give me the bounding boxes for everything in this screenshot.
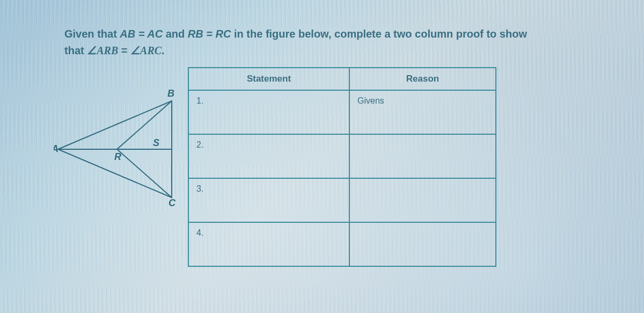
reason-cell-4[interactable] xyxy=(350,223,495,266)
angle-ARB: ∠ARB xyxy=(87,45,118,56)
label-A: A xyxy=(54,143,58,154)
angle-ARC: ∠ARC xyxy=(130,45,162,56)
equation-1: AB = AC xyxy=(120,28,163,40)
proof-table: Statement Reason 1. Givens 2. 3. 4. xyxy=(188,67,496,267)
prompt-text: and xyxy=(163,28,188,40)
problem-prompt: Given that AB = AC and RB = RC in the fi… xyxy=(64,26,527,59)
prompt-text: Given that xyxy=(64,28,120,40)
col-statement-header: Statement xyxy=(189,68,350,90)
row-number: 3. xyxy=(196,184,203,194)
col-reason-header: Reason xyxy=(350,68,495,90)
statement-cell-1[interactable]: 1. xyxy=(189,91,350,134)
equation-2: RB = RC xyxy=(188,28,231,40)
reason-text: Givens xyxy=(357,96,384,105)
row-number: 2. xyxy=(196,140,203,150)
prompt-text: that xyxy=(64,45,87,56)
label-S: S xyxy=(153,137,159,148)
table-header-row: Statement Reason xyxy=(189,68,495,90)
reason-cell-3[interactable] xyxy=(350,179,495,222)
geometry-figure: A B C R S xyxy=(54,86,188,209)
reason-cell-2[interactable] xyxy=(350,135,495,178)
row-number: 1. xyxy=(196,96,203,106)
statement-cell-4[interactable]: 4. xyxy=(189,223,350,266)
label-B: B xyxy=(167,88,174,99)
table-row: 4. xyxy=(189,222,495,266)
svg-line-0 xyxy=(117,101,172,149)
table-row: 1. Givens xyxy=(189,90,495,134)
row-number: 4. xyxy=(196,228,203,238)
statement-cell-2[interactable]: 2. xyxy=(189,135,350,178)
table-row: 3. xyxy=(189,178,495,222)
label-R: R xyxy=(114,151,121,162)
prompt-text: in the figure below, complete a two colu… xyxy=(231,28,527,40)
triangle-diagram: A B C R S xyxy=(54,86,193,209)
equals-text: = xyxy=(118,45,130,56)
reason-cell-1[interactable]: Givens xyxy=(350,91,495,134)
statement-cell-3[interactable]: 3. xyxy=(189,179,350,222)
label-C: C xyxy=(169,198,176,208)
table-row: 2. xyxy=(189,134,495,178)
prompt-text: . xyxy=(162,45,165,56)
svg-line-1 xyxy=(117,149,172,198)
